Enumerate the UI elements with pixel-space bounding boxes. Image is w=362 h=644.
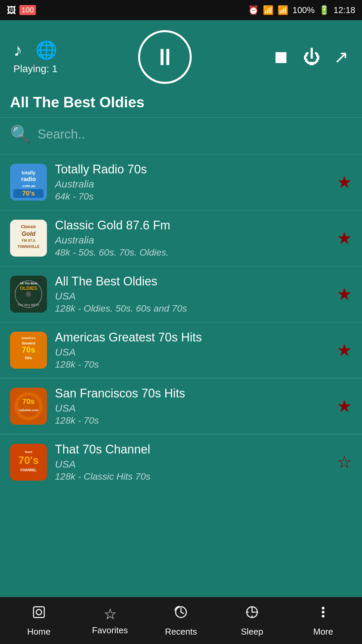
battery-text: 100% [292,5,315,15]
sleep-label: Sleep [241,627,263,637]
favorite-icon[interactable]: ★ [337,228,352,248]
station-info: Classic Gold 87.6 Fm Australia 48k - 50s… [55,218,329,258]
station-name: San Franciscos 70s Hits [55,386,329,400]
station-logo: Classic Gold FM 87.6 TOWNSVILLE [10,220,47,257]
station-info: All The Best Oldies USA 128k - Oldies. 5… [55,274,329,314]
favorite-empty-icon[interactable]: ☆ [337,452,352,472]
svg-text:radiohits.com: radiohits.com [18,409,38,412]
svg-point-44 [322,615,324,618]
svg-text:TOWNSVILLE: TOWNSVILLE [17,245,40,249]
status-right: ⏰ 📶 📶 100% 🔋 12:18 [248,5,355,15]
recents-icon [173,604,189,624]
favorite-icon[interactable]: ★ [337,284,352,304]
pause-button[interactable]: ⏸ [138,30,192,84]
pause-icon: ⏸ [153,44,177,70]
station-item[interactable]: Classic Gold FM 87.6 TOWNSVILLE Classic … [0,210,362,266]
station-name: All The Best Oldies [55,274,329,288]
home-icon [31,604,47,624]
station-info: That 70s Channel USA 128k - Classic Hits… [55,442,329,482]
svg-text:America's: America's [21,336,36,340]
svg-text:FM 87.6: FM 87.6 [22,238,35,243]
nav-sleep[interactable]: Sleep [217,604,288,637]
svg-point-32 [36,609,42,615]
station-item[interactable]: THAT 70's CHANNEL That 70s Channel USA 1… [0,434,362,490]
share-icon[interactable]: ↗ [334,47,349,67]
recents-label: Recents [165,627,197,637]
svg-text:totally: totally [21,170,35,175]
more-icon [315,604,331,624]
station-info: San Franciscos 70s Hits USA 128k - 70s [55,386,329,426]
station-country: Australia [55,178,329,190]
station-country: USA [55,459,329,470]
favorite-icon[interactable]: ★ [337,172,352,192]
station-info: Americas Greatest 70s Hits USA 128k - 70… [55,330,329,370]
favorites-icon: ☆ [104,605,117,623]
station-info: Totally Radio 70s Australia 64k - 70s [55,162,329,202]
svg-text:70's: 70's [22,190,35,197]
svg-text:70's: 70's [18,454,39,466]
station-name: That 70s Channel [55,442,329,457]
station-name: Americas Greatest 70s Hits [55,330,329,344]
svg-point-13 [26,291,31,297]
search-input[interactable] [38,127,352,142]
nav-recents[interactable]: Recents [145,604,217,637]
svg-text:70s: 70s [22,345,35,354]
time-display: 12:18 [334,5,355,15]
station-item[interactable]: America's Greatest 70s Hits Americas Gre… [0,322,362,378]
station-country: USA [55,346,329,358]
station-logo: America's Greatest 70s Hits [10,332,47,369]
station-item[interactable]: 70s radiohits.com San Franciscos 70s Hit… [0,378,362,434]
nav-more[interactable]: More [288,604,359,637]
svg-text:THAT: THAT [24,450,33,454]
more-label: More [313,627,333,637]
top-right-section: ⏹ ⏻ ↗ [272,47,349,67]
top-left-section: ♪ 🌐 Playing: 1 [13,40,58,74]
favorites-label: Favorites [92,625,128,636]
alarm-icon: ⏰ [248,5,259,15]
battery-icon: 🔋 [319,5,329,15]
station-logo: totally radio .com.au 70's [10,164,47,201]
stop-icon[interactable]: ⏹ [272,47,290,67]
home-label: Home [27,627,50,637]
station-bitrate: 128k - Oldies. 50s. 60s and 70s [55,303,329,314]
station-name: Totally Radio 70s [55,162,329,176]
station-item[interactable]: totally radio .com.au 70's Totally Radio… [0,154,362,210]
search-bar: 🔍 [0,117,362,151]
svg-text:OLDIES: OLDIES [20,285,37,291]
station-name: Classic Gold 87.6 Fm [55,218,329,232]
music-icon[interactable]: ♪ [13,40,22,60]
svg-text:radio: radio [21,176,36,182]
station-logo: All The Best OLDIES The Very BEST [10,276,47,313]
sleep-icon [244,604,260,624]
now-playing-title: All The Best Oldies [0,91,362,117]
bottom-nav: Home ☆ Favorites Recents [0,597,362,644]
svg-text:70s: 70s [22,397,35,406]
station-logo: THAT 70's CHANNEL [10,444,47,481]
svg-text:Greatest: Greatest [22,341,36,345]
signal-icon: 📶 [278,5,288,15]
svg-text:All The Best: All The Best [20,282,37,285]
search-icon: 🔍 [10,124,31,144]
globe-icon[interactable]: 🌐 [36,40,57,60]
nav-favorites[interactable]: ☆ Favorites [74,605,145,636]
station-bitrate: 128k - 70s [55,415,329,426]
svg-point-43 [322,611,324,613]
svg-rect-31 [34,607,44,618]
nav-home[interactable]: Home [3,604,74,637]
station-bitrate: 48k - 50s. 60s. 70s. Oldies. [55,247,329,258]
station-item[interactable]: All The Best OLDIES The Very BEST All Th… [0,266,362,322]
power-icon[interactable]: ⏻ [303,47,320,67]
favorite-icon[interactable]: ★ [337,396,352,416]
svg-text:Classic: Classic [21,224,36,229]
app-icon: 100 [19,5,36,15]
svg-text:Gold: Gold [22,230,36,237]
svg-point-42 [322,607,324,609]
svg-text:The Very BEST: The Very BEST [18,303,40,307]
svg-text:CHANNEL: CHANNEL [20,468,37,472]
favorite-icon[interactable]: ★ [337,340,352,360]
svg-text:Hits: Hits [25,356,32,360]
station-bitrate: 128k - 70s [55,359,329,370]
station-logo: 70s radiohits.com [10,388,47,425]
station-country: USA [55,402,329,414]
photo-icon: 🖼 [7,5,16,16]
